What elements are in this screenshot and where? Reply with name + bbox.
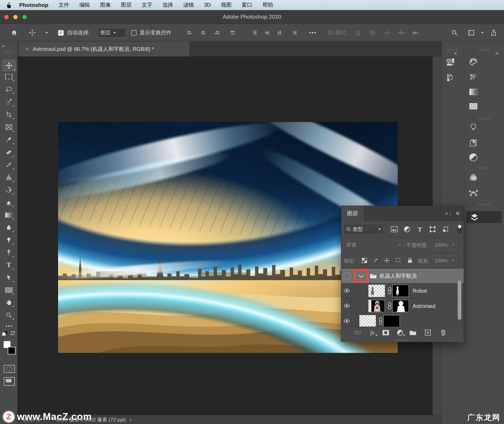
layer-thumbnail[interactable] xyxy=(359,315,376,327)
visibility-eye-icon[interactable] xyxy=(343,302,350,309)
layer-group-row[interactable]: 机器人和宇航员 xyxy=(341,269,464,283)
new-group-icon[interactable] xyxy=(409,329,417,336)
history-panel-icon[interactable] xyxy=(445,72,456,83)
layer-mask-link-icon[interactable] xyxy=(379,317,383,325)
filter-type-layers-icon[interactable]: T xyxy=(415,225,424,234)
collapse-panel-icon[interactable]: » xyxy=(445,206,447,221)
paths-panel-icon[interactable] xyxy=(468,188,479,198)
move-tool[interactable] xyxy=(2,60,16,71)
pen-tool[interactable] xyxy=(3,247,15,258)
delete-layer-icon[interactable] xyxy=(439,329,447,336)
blend-mode-dropdown[interactable]: 穿透 xyxy=(343,240,404,250)
more-options-icon[interactable] xyxy=(310,32,316,33)
layer-row-partial[interactable] xyxy=(341,314,464,327)
rectangle-tool[interactable] xyxy=(3,285,15,295)
group-visibility-slot[interactable] xyxy=(344,273,350,279)
filter-pixel-layers-icon[interactable] xyxy=(390,225,399,234)
background-color-swatch[interactable] xyxy=(8,347,15,354)
lock-position-icon[interactable] xyxy=(383,256,391,264)
align-center-v-icon[interactable] xyxy=(263,28,272,37)
menu-window[interactable]: 窗口 xyxy=(242,1,252,9)
layer-row-astronaut[interactable]: Astronaut xyxy=(341,299,464,314)
blur-tool[interactable] xyxy=(3,222,15,233)
tools-drag-handle[interactable] xyxy=(2,51,14,54)
opacity-value[interactable]: 100% xyxy=(432,240,450,250)
eraser-tool[interactable] xyxy=(3,197,15,208)
fill-caret[interactable] xyxy=(450,256,457,266)
opacity-caret[interactable] xyxy=(450,240,457,250)
layer-mask-link-icon[interactable] xyxy=(388,302,392,310)
lock-pixels-icon[interactable] xyxy=(372,256,380,264)
filter-adjustment-layers-icon[interactable] xyxy=(403,225,412,234)
menu-3d[interactable]: 3D xyxy=(204,2,211,8)
new-adjustment-layer-icon[interactable] xyxy=(396,329,404,336)
minimize-window-button[interactable] xyxy=(13,15,18,19)
group-collapse-chevron-icon[interactable] xyxy=(359,272,364,278)
quick-mask-icon[interactable] xyxy=(4,365,15,373)
auto-select-checkbox[interactable]: ✓ xyxy=(58,30,64,36)
home-icon[interactable] xyxy=(10,28,19,37)
layer-thumbnail[interactable] xyxy=(368,300,385,312)
menu-layer[interactable]: 图层 xyxy=(121,1,132,9)
align-bottom-icon[interactable] xyxy=(275,28,284,37)
zoom-window-button[interactable] xyxy=(22,15,27,19)
menu-edit[interactable]: 编辑 xyxy=(79,1,90,9)
layer-name[interactable]: Robot xyxy=(413,283,427,299)
show-transform-checkbox[interactable] xyxy=(131,30,137,36)
lasso-tool[interactable] xyxy=(3,84,15,95)
layer-mask-thumbnail[interactable] xyxy=(392,285,409,297)
filter-toggle-switch[interactable] xyxy=(457,224,462,234)
menu-type[interactable]: 文字 xyxy=(142,1,152,9)
move-tool-dropdown-caret[interactable] xyxy=(45,32,48,34)
adjustments-panel-icon[interactable] xyxy=(468,152,479,163)
menu-file[interactable]: 文件 xyxy=(59,1,69,9)
close-tab-icon[interactable]: × xyxy=(26,46,29,52)
dock-drag-handle[interactable] xyxy=(478,49,490,51)
menu-select[interactable]: 选择 xyxy=(162,1,173,9)
status-chevron-icon[interactable]: › xyxy=(129,416,131,423)
distribute-v-icon[interactable] xyxy=(290,28,299,37)
workspace-switcher-icon[interactable] xyxy=(467,28,476,37)
layer-filter-type-dropdown[interactable]: 类型 xyxy=(343,224,384,234)
swap-colors-icon[interactable] xyxy=(10,331,15,337)
layers-panel-dock-button[interactable] xyxy=(466,211,502,223)
layers-scrollbar-thumb[interactable] xyxy=(458,280,461,320)
healing-brush-tool[interactable] xyxy=(3,147,15,158)
color-panel-icon[interactable] xyxy=(468,56,479,67)
align-edges-icon[interactable] xyxy=(228,28,237,37)
collapse-dock-icon[interactable]: « xyxy=(496,50,498,56)
expand-tools-icon[interactable]: » xyxy=(2,43,4,49)
filter-smart-objects-icon[interactable] xyxy=(441,225,450,234)
patterns-panel-icon[interactable] xyxy=(468,101,479,112)
quick-selection-tool[interactable] xyxy=(3,96,15,107)
more-tools-icon[interactable] xyxy=(3,321,15,331)
layer-mask-link-icon[interactable] xyxy=(388,287,392,295)
menu-view[interactable]: 视图 xyxy=(221,1,231,9)
lock-all-icon[interactable] xyxy=(406,256,414,264)
workspace-caret[interactable] xyxy=(481,32,484,34)
layer-name[interactable]: Astronaut xyxy=(413,299,436,314)
libraries-panel-icon[interactable] xyxy=(468,138,479,148)
channels-panel-icon[interactable] xyxy=(468,172,479,183)
align-left-icon[interactable] xyxy=(185,28,194,37)
link-layers-icon[interactable] xyxy=(353,329,361,336)
fill-value[interactable]: 100% xyxy=(432,256,450,266)
eyedropper-tool[interactable] xyxy=(3,134,15,145)
search-icon[interactable] xyxy=(450,28,459,37)
align-right-icon[interactable] xyxy=(213,28,222,37)
clone-stamp-tool[interactable] xyxy=(3,172,15,183)
share-icon[interactable] xyxy=(489,28,498,37)
menu-photoshop[interactable]: Photoshop xyxy=(19,2,48,8)
history-brush-tool[interactable] xyxy=(3,185,15,195)
visibility-eye-icon[interactable] xyxy=(343,287,350,294)
hand-tool[interactable] xyxy=(3,297,15,308)
dodge-tool[interactable] xyxy=(3,235,15,245)
panel-resize-handle[interactable] xyxy=(341,339,464,342)
visibility-eye-icon[interactable] xyxy=(343,317,350,324)
screen-mode-icon[interactable] xyxy=(4,377,15,386)
panel-menu-icon[interactable]: ≡ xyxy=(456,206,460,221)
group-name[interactable]: 机器人和宇航员 xyxy=(380,269,417,283)
crop-tool[interactable] xyxy=(3,109,15,120)
document-tab[interactable]: × Astronaut.psd @ 66.7% (机器人和宇航员, RGB/8)… xyxy=(19,42,190,56)
lock-artboard-icon[interactable] xyxy=(394,256,402,264)
